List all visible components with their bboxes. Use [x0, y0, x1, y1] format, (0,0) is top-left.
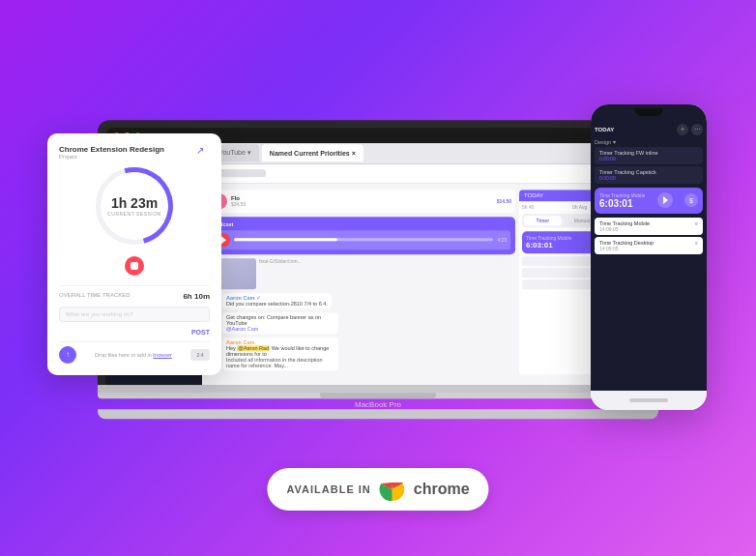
phone-money-button[interactable]: $ — [684, 193, 698, 207]
phone-active-timer: Time Tracking Mobile 6:03:01 $ — [595, 188, 703, 214]
chrome-text: chrome — [414, 481, 470, 498]
bottom-item-time-1: 14:09:05 — [599, 226, 698, 232]
timer-label: CURRENT SESSION — [107, 211, 160, 217]
stop-icon — [131, 262, 138, 270]
chat-message-2: Get changes on: Compare banner as on You… — [208, 312, 515, 334]
content-body: Flo $34.50 $14.50 Podcast — [202, 184, 651, 380]
phone-header: TODAY + ⋯ — [595, 124, 703, 135]
timer-display: 1h 23m — [111, 195, 158, 211]
bottom-item-menu-1[interactable]: ≡ — [695, 220, 698, 226]
phone-screen: TODAY + ⋯ Design ▾ Timer Tracking FW inl… — [591, 120, 707, 391]
phone-notch-area — [591, 104, 707, 120]
play-icon — [663, 196, 668, 204]
bottom-item-time-2: 14:09:05 — [599, 246, 698, 251]
phone-item-time-2: 0:00:00 — [599, 175, 698, 181]
ext-title: Chrome Extension Redesign — [59, 145, 164, 154]
chrome-badge[interactable]: AVAILABLE IN chrome — [267, 468, 488, 511]
laptop-base — [98, 385, 658, 398]
ext-header: Chrome Extension Redesign Project ↗ — [59, 145, 210, 160]
mobile-phone: TODAY + ⋯ Design ▾ Timer Tracking FW inl… — [591, 104, 707, 410]
active-timer-label: Time Tracking Mobile — [599, 192, 645, 198]
task-input[interactable]: What are you working on? — [59, 307, 210, 322]
ext-subtitle: Project — [59, 154, 164, 160]
timer-circle: 1h 23m CURRENT SESSION — [96, 167, 173, 245]
phone-section-design: Design ▾ — [595, 139, 703, 145]
overall-label: OVERALL TIME TRACKED — [59, 292, 131, 298]
main-content-area: Flo $34.50 $14.50 Podcast — [202, 164, 651, 385]
phone-item-2: Timer Tracking Capstick 0:00:00 — [595, 166, 703, 184]
ext-external-icon: ↗ — [196, 145, 210, 159]
phone-title: TODAY — [595, 127, 614, 132]
phone-item-1: Timer Tracking FW inline 0:00:00 — [595, 147, 703, 164]
phone-notch — [634, 108, 663, 116]
chat-message-3: Aaron Cam Hey @Aaron Rad We would like t… — [208, 337, 515, 370]
overall-value: 6h 10m — [183, 292, 210, 301]
phone-play-button[interactable] — [657, 192, 673, 208]
ext-stats: OVERALL TIME TRACKED 6h 10m — [59, 285, 210, 301]
phone-item-time-1: 0:00:00 — [599, 156, 698, 161]
scene-container: Marketing Advertising YouTube ▾ Named Cu… — [30, 27, 726, 530]
laptop-stand — [98, 409, 658, 419]
laptop-notch — [320, 393, 436, 398]
chat-message-1: Aaron Cam ✓ Did you compare selection-28… — [208, 293, 515, 308]
timer-stop-button[interactable] — [125, 256, 144, 276]
phone-bottom-bar — [591, 391, 707, 410]
available-text: AVAILABLE IN — [286, 483, 370, 495]
phone-bottom-item-2: Time Tracking Desktop ≡ 14:09:05 — [595, 237, 703, 254]
content-header — [202, 164, 651, 184]
bottom-item-menu-2[interactable]: ≡ — [695, 240, 698, 246]
extension-popup: Chrome Extension Redesign Project ↗ 1h 2… — [47, 133, 221, 375]
bottom-item-name-2: Time Tracking Desktop — [599, 240, 654, 246]
phone-home-bar — [629, 398, 668, 402]
tab-priorities[interactable]: Named Current Priorities × — [262, 144, 363, 161]
active-timer-display: 6:03:01 — [599, 198, 645, 209]
post-button[interactable]: POST — [191, 329, 210, 336]
phone-bottom-item-1: Time Tracking Mobile ≡ 14:09:05 — [595, 218, 703, 235]
laptop-label: MacBook Pro — [355, 400, 401, 409]
chrome-logo-icon — [379, 476, 406, 503]
bottom-item-name-1: Time Tracking Mobile — [599, 220, 650, 226]
chat-area: Flo $34.50 $14.50 Podcast — [208, 190, 515, 374]
